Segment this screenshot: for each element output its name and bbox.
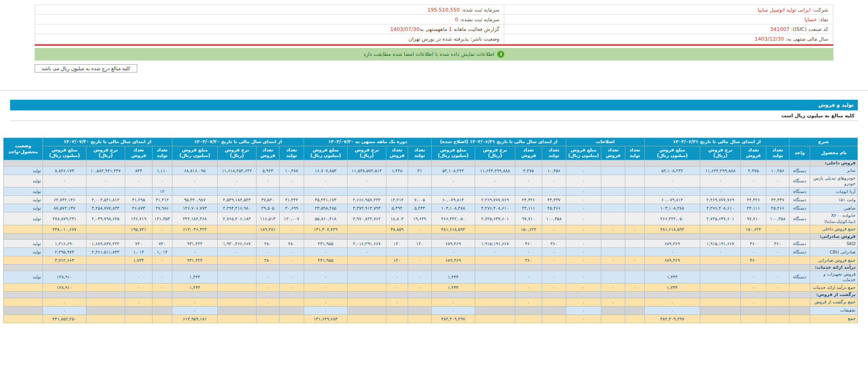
row-label-cell: خانواده X۲۰۰ (تیبا،کوئیک،ساینا) [810, 212, 858, 225]
value-cell: ۰ [386, 271, 408, 284]
value-cell [347, 314, 386, 323]
value-cell: ۰ [279, 225, 304, 233]
value-cell: ۱,۰۱۴ [125, 248, 152, 256]
value-cell [700, 256, 740, 265]
value-cell: ۱۱,۶۱۸,۴۵۲,۶۴۲ [217, 166, 256, 175]
empty-cell [217, 233, 256, 239]
empty-cell [766, 160, 789, 166]
value-cell: ۸,۸۲۶,۱۷۳ [43, 166, 86, 175]
value-cell [152, 298, 172, 306]
empty-cell [279, 160, 304, 166]
value-cell: ۰ [515, 248, 542, 256]
value-cell: ۰ [566, 306, 601, 314]
value-cell: ۰ [625, 284, 644, 292]
unit-cell [789, 256, 810, 265]
status-cell: تولید [3, 240, 43, 248]
header-sub-forush: تعدادفروش [601, 146, 625, 160]
empty-cell [566, 292, 601, 298]
value-cell: ۰ [644, 298, 700, 306]
value-cell: ۱۳۶,۷۱۹ [125, 212, 152, 225]
empty-cell [3, 160, 43, 166]
value-cell: ۳۶۰ [515, 256, 542, 265]
value-cell: ۴۱,۳۴۲ [279, 196, 304, 204]
info-label: سال مالی منتهی به: [784, 36, 828, 42]
company-info-panel: شرکت: ایرانی تولید اتومبیل سایپاسرمایه ث… [35, 5, 833, 46]
value-cell: ۳۲۲,۱۸۲,۴۶۸ [172, 212, 217, 225]
value-cell: ۰ [256, 175, 279, 187]
empty-cell [515, 160, 542, 166]
info-label: شرکت: [810, 7, 828, 13]
value-cell [625, 196, 644, 204]
empty-cell [304, 160, 347, 166]
info-label: کد صنعت (ISIC): [789, 26, 828, 32]
value-cell [86, 284, 125, 292]
value-cell [279, 314, 304, 323]
empty-cell [601, 233, 625, 239]
empty-cell [256, 233, 279, 239]
value-cell: ۲۴,۳۲۶ [740, 196, 766, 204]
value-cell [625, 314, 644, 323]
info-left-cell: سرمایه ثبت نشده: 0 [35, 15, 504, 24]
unit-cell [789, 284, 810, 292]
section-row: برگشت از فروش: [3, 292, 857, 298]
disabled-cell [279, 306, 304, 314]
value-cell: ۰ [644, 248, 700, 256]
empty-cell [644, 265, 700, 271]
unit-cell: دستگاه [789, 196, 810, 204]
empty-cell [304, 233, 347, 239]
value-cell: ۱,۰۱۴ [152, 248, 172, 256]
header-sub-forush: تعدادفروش [386, 146, 408, 160]
empty-cell [700, 160, 740, 166]
value-cell: ۰ [386, 284, 408, 292]
value-cell: ۶۱۳,۹۵۹,۱۸۱ [172, 314, 217, 323]
value-cell: ۰ [475, 175, 515, 187]
empty-cell [625, 265, 644, 271]
value-cell: ۱,۴۳۴ [644, 271, 700, 284]
value-cell: ۵۲,۱۰۸,۲۴۲ [431, 166, 475, 175]
value-cell [601, 166, 625, 175]
value-cell: ۰ [766, 175, 789, 187]
row-label-cell: جمع [810, 314, 858, 323]
value-cell [408, 314, 431, 323]
empty-cell [644, 160, 700, 166]
value-cell [766, 314, 789, 323]
info-value: خساپا [805, 17, 817, 23]
value-cell: ۶۲,۷۳۲,۱۳۶ [43, 196, 86, 204]
value-cell: ۱۳,۲۱۴ [386, 196, 408, 204]
empty-cell [86, 233, 125, 239]
value-cell [601, 212, 625, 225]
empty-cell [152, 292, 172, 298]
value-cell [601, 196, 625, 204]
value-cell: ۱۵۰,۶۲۲ [515, 225, 542, 233]
product-row: SKDدستگاه۳۶۰۳۶۰۱,۹۱۵,۱۹۱,۶۶۷۶۸۹,۴۶۹۰۳۶۰۳… [3, 240, 857, 248]
value-cell: ۲,۰۱۶,۲۹۱,۶۶۷ [347, 240, 386, 248]
empty-cell [789, 292, 810, 298]
value-cell [625, 298, 644, 306]
empty-cell [475, 292, 515, 298]
product-row: وانت ۱۵۱دستگاه۳۴,۳۳۷۲۴,۳۲۶۲,۴۶۹,۷۷۷,۷۶۹۶… [3, 196, 857, 204]
value-cell [347, 256, 386, 265]
value-cell: ۳۷,۵۴۰ [256, 196, 279, 204]
empty-cell [601, 160, 625, 166]
row-label-cell: SKD [810, 240, 858, 248]
value-cell [475, 284, 515, 292]
value-cell: ۳۶۰ [740, 256, 766, 265]
info-label: سرمایه ثبت نشده: [458, 17, 499, 23]
value-cell: ۸۳۴ [125, 166, 152, 175]
value-cell: ۱۵۰,۶۲۲ [740, 225, 766, 233]
empty-cell [347, 265, 386, 271]
empty-cell [740, 160, 766, 166]
value-cell: ۰ [766, 256, 789, 265]
value-cell: ۰ [347, 187, 386, 196]
total-row: جمع فروش داخلی۰۱۵۰,۶۲۲۴۸۱,۶۱۸,۵۹۴۰۰۰۰۱۵۰… [3, 225, 857, 233]
product-row: آریا اتوماتدستگاه۰۰۰۰۰۰۰۰۰۰۰۰۰۰۰۱۲۰۰۰تول… [3, 187, 857, 196]
header-sub-mablagh: مبلغ فروش(میلیون ریال) [566, 146, 601, 160]
value-cell [217, 256, 256, 265]
header-group-4: از ابتدای سال مالی تا تاریخ ۱۴۰۳/۰۷/۳۰ [172, 138, 304, 146]
row-label-cell: تخفیفات [810, 306, 858, 314]
value-cell: ۰ [43, 187, 86, 196]
value-cell: ۷۲۰ [125, 240, 152, 248]
info-label: سرمایه ثبت شده: [460, 7, 500, 13]
value-cell [700, 225, 740, 233]
value-cell: ۰ [601, 225, 625, 233]
